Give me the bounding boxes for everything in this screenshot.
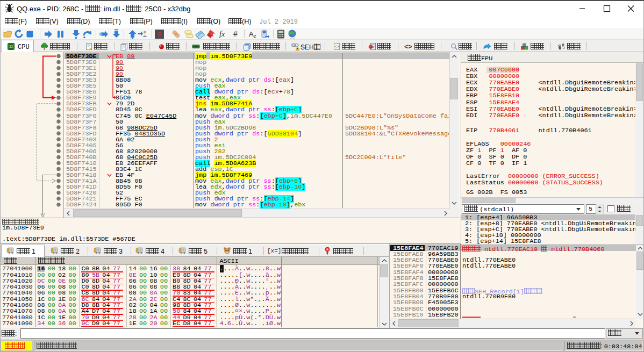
svg-text:S: S: [158, 30, 161, 38]
svg-text:32: 32: [9, 45, 13, 48]
svg-text:<>: <>: [334, 45, 339, 48]
svg-text:fx: fx: [219, 30, 225, 38]
svg-text:A: A: [249, 30, 254, 38]
svg-text:z: z: [254, 33, 256, 39]
svg-text:#: #: [233, 30, 238, 38]
